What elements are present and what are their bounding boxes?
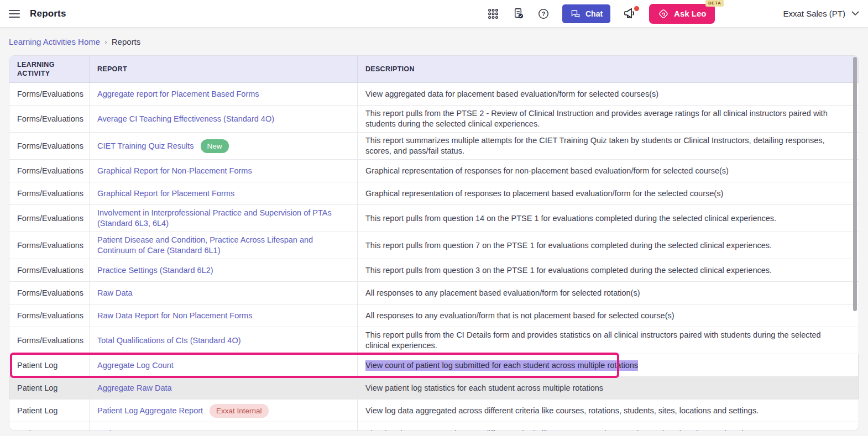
report-cell: Aggregate Log Count <box>90 354 358 376</box>
report-badge: Exxat Internal <box>210 404 269 418</box>
top-bar: Reports ? <box>0 0 868 28</box>
reports-table: LEARNING ACTIVITY REPORT DESCRIPTION For… <box>9 55 859 431</box>
learning-activity-cell: Patient Log <box>9 400 90 422</box>
description-cell: This report summarizes multiple attempts… <box>358 133 859 159</box>
chat-bubbles-icon <box>570 9 581 19</box>
report-link[interactable]: Patient Log Aggregate Report <box>97 406 203 416</box>
table-row: Forms/Evaluations Graphical Report for N… <box>9 160 859 182</box>
ask-leo-label: Ask Leo <box>674 9 706 18</box>
description-cell: Graphical representation of responses to… <box>358 182 859 204</box>
description-cell: View log data aggregated across differen… <box>358 422 859 431</box>
description-cell: View count of patient log submitted for … <box>358 354 859 376</box>
description-cell: This report pulls from the CI Details fo… <box>358 327 859 354</box>
learning-activity-cell: Forms/Evaluations <box>9 160 90 182</box>
learning-activity-cell: Patient Log <box>9 377 90 399</box>
description-cell: View patient log statistics for each stu… <box>358 377 859 399</box>
selected-description-text: View count of patient log submitted for … <box>365 360 638 371</box>
column-header-description: DESCRIPTION <box>358 56 859 82</box>
table-row: Patient Log Patient Log Aggregate Report… <box>9 400 859 422</box>
ask-leo-button[interactable]: Ask Leo BETA <box>649 4 715 24</box>
report-link[interactable]: Aggregate Log Count <box>97 360 174 371</box>
report-cell: Total Qualifications of CIs (Standard 4O… <box>90 327 358 354</box>
table-row: Forms/Evaluations Raw Data All responses… <box>9 282 859 304</box>
report-link[interactable]: Graphical Report for Non-Placement Forms <box>97 166 252 176</box>
report-cell: Aggregate Raw Data <box>90 377 358 399</box>
learning-activity-cell: Patient Log <box>9 354 90 376</box>
table-row: Forms/Evaluations Graphical Report for P… <box>9 182 859 205</box>
breadcrumb: Learning Activities Home › Reports <box>0 28 868 55</box>
leo-logo-icon <box>658 8 669 19</box>
report-cell: Practice Settings (Standard 6L2) <box>90 259 358 281</box>
report-cell: Graphical Report for Placement Forms <box>90 182 358 204</box>
hamburger-menu-icon[interactable] <box>9 10 20 18</box>
breadcrumb-current: Reports <box>112 37 141 46</box>
table-row: Forms/Evaluations CIET Training Quiz Res… <box>9 133 859 160</box>
table-row: Forms/Evaluations Aggregate report for P… <box>9 83 859 106</box>
column-header-report: REPORT <box>90 56 358 82</box>
report-check-icon[interactable] <box>512 7 525 20</box>
page-title: Reports <box>30 8 66 19</box>
megaphone-icon[interactable] <box>623 8 636 20</box>
description-cell: This report pulls from question 3 on the… <box>358 259 859 281</box>
beta-badge: BETA <box>705 0 724 7</box>
learning-activity-cell: Forms/Evaluations <box>9 232 90 259</box>
report-link[interactable]: CIET Training Quiz Results <box>97 141 194 151</box>
chat-button[interactable]: Chat <box>562 4 610 23</box>
report-badge: New <box>201 139 229 153</box>
report-link[interactable]: Practice Settings (Standard 6L2) <box>97 265 213 276</box>
report-cell: Raw Data Report for Non Placement Forms <box>90 304 358 327</box>
report-link[interactable]: Patient Log Aggregate Report <box>97 428 203 432</box>
table-row: Forms/Evaluations Practice Settings (Sta… <box>9 259 859 282</box>
account-dropdown[interactable]: Exxat Sales (PT) <box>783 9 859 18</box>
description-cell: View log data aggregated across differen… <box>358 400 859 422</box>
table-header-row: LEARNING ACTIVITY REPORT DESCRIPTION <box>9 56 859 83</box>
report-cell: Raw Data <box>90 282 358 304</box>
table-row: Patient Log Aggregate Raw Data View pati… <box>9 377 859 400</box>
chat-button-label: Chat <box>585 9 603 18</box>
learning-activity-cell: Forms/Evaluations <box>9 83 90 105</box>
report-link[interactable]: Aggregate Raw Data <box>97 383 172 393</box>
description-cell: This report pulls from the PTSE 2 - Revi… <box>358 106 859 132</box>
description-cell: This report pulls from question 7 on the… <box>358 232 859 259</box>
account-name: Exxat Sales (PT) <box>783 9 845 18</box>
report-cell: Patient Log Aggregate Report <box>90 422 358 431</box>
report-cell: Aggregate report for Placement Based For… <box>90 83 358 105</box>
table-row: Forms/Evaluations Raw Data Report for No… <box>9 304 859 327</box>
report-link[interactable]: Raw Data Report for Non Placement Forms <box>97 311 252 321</box>
description-cell: View aggregated data for placement based… <box>358 83 859 105</box>
report-link[interactable]: Raw Data <box>97 288 133 298</box>
apps-grid-icon[interactable] <box>487 8 499 20</box>
report-link[interactable]: Graphical Report for Placement Forms <box>97 188 234 199</box>
report-cell: Patient Log Aggregate Report Exxat Inter… <box>90 400 358 422</box>
report-link[interactable]: Involvement in Interprofessional Practic… <box>97 208 349 229</box>
report-link[interactable]: Patient Disease and Condition, Practice … <box>97 235 349 256</box>
description-cell: Graphical representation of responses fo… <box>358 160 859 182</box>
report-cell: Average CI Teaching Effectiveness (Stand… <box>90 106 358 132</box>
table-row: Forms/Evaluations Patient Disease and Co… <box>9 232 859 259</box>
table-row: Patient Log Aggregate Log Count View cou… <box>9 354 859 377</box>
learning-activity-cell: Forms/Evaluations <box>9 327 90 354</box>
notification-dot <box>634 6 639 11</box>
breadcrumb-separator-icon: › <box>104 38 107 46</box>
vertical-scrollbar[interactable] <box>853 57 857 311</box>
learning-activity-cell: Forms/Evaluations <box>9 205 90 232</box>
report-link[interactable]: Total Qualifications of CIs (Standard 4O… <box>97 335 241 346</box>
column-header-learning-activity: LEARNING ACTIVITY <box>9 56 90 82</box>
report-link[interactable]: Average CI Teaching Effectiveness (Stand… <box>97 114 274 124</box>
report-cell: Patient Disease and Condition, Practice … <box>90 232 358 259</box>
breadcrumb-home-link[interactable]: Learning Activities Home <box>9 37 100 46</box>
description-cell: This report pulls from question 14 on th… <box>358 205 859 232</box>
report-cell: Involvement in Interprofessional Practic… <box>90 205 358 232</box>
learning-activity-cell: Forms/Evaluations <box>9 259 90 281</box>
learning-activity-cell: Forms/Evaluations <box>9 133 90 159</box>
table-row: Forms/Evaluations Total Qualifications o… <box>9 327 859 354</box>
report-link[interactable]: Aggregate report for Placement Based For… <box>97 89 259 99</box>
svg-text:?: ? <box>542 10 545 17</box>
learning-activity-cell: Forms/Evaluations <box>9 182 90 204</box>
help-icon[interactable]: ? <box>537 8 550 20</box>
learning-activity-cell: Patient Log <box>9 422 90 431</box>
chevron-down-icon <box>851 11 859 16</box>
table-row: Patient Log Patient Log Aggregate Report… <box>9 422 859 431</box>
description-cell: All responses to any evaluation/form tha… <box>358 304 859 327</box>
learning-activity-cell: Forms/Evaluations <box>9 106 90 132</box>
